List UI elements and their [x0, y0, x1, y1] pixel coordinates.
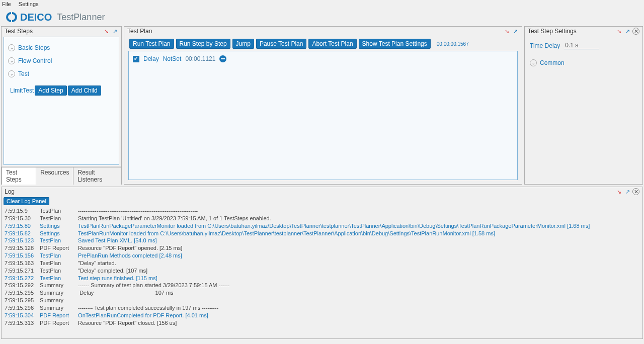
step-time: 00:00.1121	[185, 55, 215, 62]
test-steps-tree: ⌄ Basic Steps ⌄ Flow Control ⌄ Test Limi…	[4, 37, 119, 165]
time-delay-input[interactable]	[564, 42, 599, 49]
expand-icon[interactable]: ↗	[624, 188, 631, 195]
verdict-notset-icon	[219, 55, 226, 62]
add-step-button[interactable]: Add Step	[35, 85, 66, 96]
test-step-settings-title: Test Step Settings	[528, 28, 577, 35]
log-line: 7:59:15.295Summary Delay 107 ms	[5, 289, 639, 297]
abort-test-plan-button[interactable]: Abort Test Plan	[308, 39, 356, 49]
tab-resources[interactable]: Resources	[36, 167, 73, 185]
tree-item-label: Basic Steps	[18, 44, 50, 51]
menu-file[interactable]: File	[2, 1, 11, 7]
common-group[interactable]: ⌄ Common	[530, 59, 637, 66]
step-verdict: NotSet	[163, 55, 182, 62]
tab-test-steps[interactable]: Test Steps	[2, 167, 36, 185]
log-line: 7:59:15.313PDF Report Resource "PDF Repo…	[5, 319, 639, 327]
menu-settings[interactable]: Settings	[19, 1, 39, 7]
pause-test-plan-button[interactable]: Pause Test Plan	[256, 39, 307, 49]
show-test-plan-settings-button[interactable]: Show Test Plan Settings	[359, 39, 431, 49]
close-icon[interactable]: ✕	[632, 188, 639, 195]
log-line: 7:59:15.163TestPlan "Delay" started.	[5, 260, 639, 267]
tree-item-label: Flow Control	[18, 57, 52, 64]
log-line: 7:59:15.295Summary ---------------------…	[5, 297, 639, 304]
test-plan-title: Test Plan	[127, 28, 152, 35]
log-line: 7:59:15.296Summary -------- Test plan co…	[5, 304, 639, 312]
run-test-plan-button[interactable]: Run Test Plan	[129, 39, 174, 49]
test-plan-toolbar: Run Test Plan Run Step by Step Jump Paus…	[124, 36, 522, 51]
log-line: 7:59:15.82Settings TestPlanRunMonitor lo…	[5, 230, 639, 237]
add-child-button[interactable]: Add Child	[68, 85, 101, 96]
tree-item-label: Test	[18, 70, 29, 77]
chevron-down-icon[interactable]: ⌄	[8, 57, 15, 64]
log-line: 7:59:15.292Summary ------ Summary of tes…	[5, 282, 639, 289]
log-line: 7:59:15.80Settings TestPlanRunPackagePar…	[5, 222, 639, 230]
chevron-down-icon[interactable]: ⌄	[530, 59, 537, 66]
close-icon[interactable]: ✕	[632, 28, 639, 35]
expand-icon[interactable]: ↗	[111, 28, 118, 35]
chevron-down-icon[interactable]: ⌄	[8, 70, 15, 77]
log-lines[interactable]: 7:59:15.9TestPlan ----------------------…	[2, 206, 642, 338]
chevron-down-icon[interactable]: ⌄	[8, 44, 15, 51]
test-step-settings-panel: Test Step Settings ↘ ↗ ✕ Time Delay ⌄ Co…	[524, 26, 643, 185]
pin-icon[interactable]: ↘	[503, 28, 510, 35]
jump-button[interactable]: Jump	[232, 39, 254, 49]
expand-icon[interactable]: ↗	[512, 28, 519, 35]
logo-icon	[5, 11, 17, 23]
tree-item-test[interactable]: ⌄ Test	[7, 67, 116, 80]
left-tabstrip: Test Steps Resources Result Listeners	[2, 166, 121, 184]
limit-test-label: LimitTest	[10, 87, 34, 94]
common-label: Common	[540, 59, 565, 66]
plan-step-row[interactable]: Delay NotSet 00:00.1121	[132, 53, 514, 64]
product-title: TestPlanner	[57, 12, 105, 23]
log-line: 7:59:15.123TestPlan Saved Test Plan XML.…	[5, 237, 639, 244]
log-line: 7:59:15.304PDF Report OnTestPlanRunCompl…	[5, 312, 639, 319]
test-steps-title: Test Steps	[5, 28, 33, 35]
tree-item-flow-control[interactable]: ⌄ Flow Control	[7, 54, 116, 67]
app-header: DEICO TestPlanner	[0, 8, 644, 26]
time-delay-label: Time Delay	[530, 42, 560, 49]
pin-icon[interactable]: ↘	[615, 188, 622, 195]
toolbar-timestamp: 00:00:00.1567	[437, 41, 469, 47]
log-panel: Log ↘ ↗ ✕ Clear Log Panel 7:59:15.9TestP…	[1, 187, 643, 339]
pin-icon[interactable]: ↘	[103, 28, 110, 35]
log-line: 7:59:15.9TestPlan ----------------------…	[5, 207, 639, 215]
log-line: 7:59:15.272TestPlan Test step runs finis…	[5, 275, 639, 282]
pin-icon[interactable]: ↘	[615, 28, 622, 35]
log-line: 7:59:15.30TestPlan Starting TestPlan 'Un…	[5, 215, 639, 222]
step-enabled-checkbox[interactable]	[133, 56, 139, 62]
log-line: 7:59:15.156TestPlan PrePlanRun Methods c…	[5, 252, 639, 260]
log-line: 7:59:15.271TestPlan "Delay" completed. […	[5, 267, 639, 275]
test-plan-body: Delay NotSet 00:00.1121	[128, 51, 518, 180]
run-step-by-step-button[interactable]: Run Step by Step	[176, 39, 230, 49]
expand-icon[interactable]: ↗	[624, 28, 631, 35]
step-name: Delay	[143, 55, 159, 62]
test-plan-panel: Test Plan ↘ ↗ Run Test Plan Run Step by …	[124, 26, 522, 185]
log-line: 7:59:15.128PDF Report Resource "PDF Repo…	[5, 244, 639, 252]
menubar: File Settings	[0, 0, 644, 8]
test-steps-panel: Test Steps ↘ ↗ ⌄ Basic Steps ⌄ Flow Cont…	[1, 26, 122, 185]
brand-title: DEICO	[20, 12, 52, 23]
tree-item-basic-steps[interactable]: ⌄ Basic Steps	[7, 41, 116, 54]
log-title: Log	[5, 188, 15, 195]
clear-log-button[interactable]: Clear Log Panel	[4, 197, 49, 205]
tab-result-listeners[interactable]: Result Listeners	[73, 167, 122, 185]
